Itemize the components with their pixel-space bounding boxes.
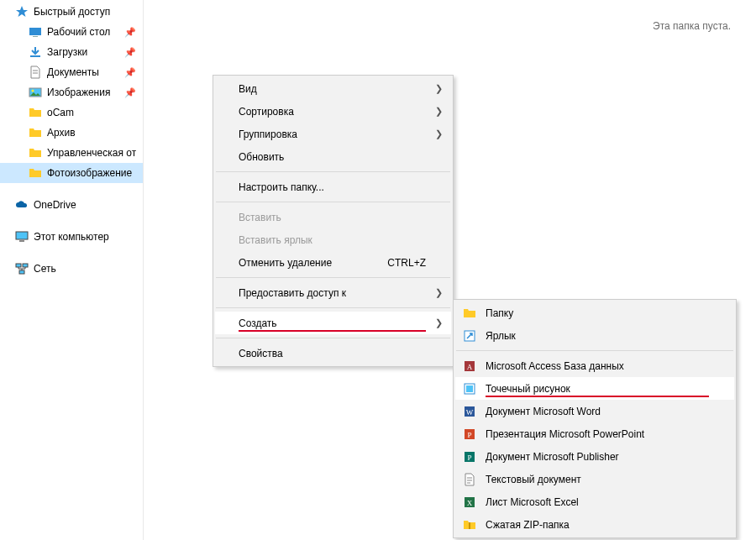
svg-rect-12 — [19, 270, 24, 274]
publisher-icon: P — [462, 449, 477, 464]
shortcut-label: CTRL+Z — [387, 257, 426, 269]
menu-separator — [456, 350, 733, 351]
pin-icon: 📌 — [124, 47, 136, 58]
network-icon — [15, 262, 29, 275]
submenu-word[interactable]: W Документ Microsoft Word — [455, 400, 734, 422]
svg-rect-17 — [466, 385, 473, 392]
pictures-icon — [29, 86, 42, 99]
menu-share-access[interactable]: Предоставить доступ к ❯ — [215, 281, 451, 304]
nav-this-pc[interactable]: Этот компьютер — [0, 227, 143, 247]
pin-icon: 📌 — [124, 67, 136, 78]
nav-item-folder[interactable]: Управленческая от — [0, 143, 143, 163]
computer-icon — [15, 230, 29, 244]
empty-folder-message: Эта папка пуста. — [653, 20, 731, 32]
nav-label: Сеть — [34, 263, 56, 275]
submenu-zip[interactable]: Сжатая ZIP-папка — [455, 513, 734, 536]
menu-group[interactable]: Группировка ❯ — [215, 123, 451, 145]
powerpoint-icon: P — [462, 427, 477, 442]
svg-point-7 — [32, 90, 34, 92]
nav-label: Рабочий стол — [47, 26, 110, 38]
menu-sort[interactable]: Сортировка ❯ — [215, 100, 451, 123]
navigation-pane: Быстрый доступ Рабочий стол 📌 Загрузки 📌… — [0, 0, 143, 540]
nav-item-documents[interactable]: Документы 📌 — [0, 62, 143, 82]
nav-label: Быстрый доступ — [34, 6, 110, 18]
nav-item-folder-selected[interactable]: Фотоизображение — [0, 163, 143, 183]
submenu-text[interactable]: Текстовый документ — [455, 468, 734, 490]
nav-item-desktop[interactable]: Рабочий стол 📌 — [0, 22, 143, 42]
svg-marker-0 — [16, 6, 28, 17]
star-icon — [15, 5, 29, 18]
nav-label: Этот компьютер — [34, 231, 109, 243]
svg-text:X: X — [467, 499, 473, 507]
menu-create[interactable]: Создать ❯ — [215, 312, 451, 334]
menu-separator — [216, 307, 450, 308]
submenu-publisher[interactable]: P Документ Microsoft Publisher — [455, 445, 734, 468]
highlight-underline — [486, 396, 709, 397]
zip-icon — [462, 517, 477, 532]
nav-label: oCam — [47, 107, 74, 118]
svg-rect-9 — [19, 240, 24, 242]
documents-icon — [29, 66, 42, 79]
menu-customize-folder[interactable]: Настроить папку... — [215, 176, 451, 198]
svg-text:P: P — [467, 453, 471, 462]
menu-undo-delete[interactable]: Отменить удаление CTRL+Z — [215, 251, 451, 274]
menu-paste-shortcut: Вставить ярлык — [215, 228, 451, 251]
svg-rect-8 — [16, 232, 28, 239]
menu-separator — [216, 171, 450, 172]
nav-item-downloads[interactable]: Загрузки 📌 — [0, 42, 143, 62]
access-icon: A — [462, 359, 477, 374]
nav-label: Управленческая от — [47, 147, 136, 159]
menu-view[interactable]: Вид ❯ — [215, 77, 451, 100]
nav-label: Изображения — [47, 87, 110, 98]
nav-label: Загрузки — [47, 46, 87, 58]
nav-quick-access[interactable]: Быстрый доступ — [0, 2, 143, 22]
context-menu: Вид ❯ Сортировка ❯ Группировка ❯ Обновит… — [213, 75, 454, 367]
menu-separator — [216, 338, 450, 338]
menu-paste: Вставить — [215, 206, 451, 228]
nav-network[interactable]: Сеть — [0, 259, 143, 279]
menu-refresh[interactable]: Обновить — [215, 145, 451, 168]
nav-item-pictures[interactable]: Изображения 📌 — [0, 82, 143, 102]
pin-icon: 📌 — [124, 27, 136, 38]
folder-icon — [29, 106, 42, 119]
onedrive-icon — [15, 198, 29, 212]
excel-icon: X — [462, 495, 477, 510]
chevron-right-icon: ❯ — [435, 128, 443, 139]
nav-label: Архив — [47, 127, 76, 139]
menu-properties[interactable]: Свойства — [215, 342, 451, 364]
svg-text:A: A — [467, 363, 473, 371]
word-icon: W — [462, 404, 477, 419]
submenu-access-db[interactable]: A Microsoft Access База данных — [455, 354, 734, 377]
svg-rect-3 — [30, 55, 40, 57]
chevron-right-icon: ❯ — [435, 317, 443, 328]
nav-label: OneDrive — [34, 199, 76, 211]
bitmap-icon — [462, 381, 477, 396]
submenu-folder[interactable]: Папку — [455, 301, 734, 324]
svg-text:P: P — [467, 431, 471, 439]
nav-label: Фотоизображение — [47, 167, 132, 179]
submenu-bitmap[interactable]: Точечный рисунок — [455, 377, 734, 400]
menu-separator — [216, 202, 450, 202]
folder-icon — [29, 146, 42, 160]
nav-item-folder[interactable]: Архив — [0, 123, 143, 143]
nav-label: Документы — [47, 66, 99, 78]
text-file-icon — [462, 472, 477, 487]
chevron-right-icon: ❯ — [435, 106, 443, 117]
folder-icon — [29, 166, 42, 180]
svg-text:W: W — [466, 408, 474, 417]
highlight-underline — [239, 330, 426, 332]
downloads-icon — [29, 45, 42, 59]
nav-onedrive[interactable]: OneDrive — [0, 195, 143, 215]
menu-separator — [216, 277, 450, 278]
chevron-right-icon: ❯ — [435, 287, 443, 298]
nav-item-folder[interactable]: oCam — [0, 102, 143, 123]
shortcut-icon — [462, 328, 477, 343]
pin-icon: 📌 — [124, 87, 136, 98]
submenu-excel[interactable]: X Лист Microsoft Excel — [455, 490, 734, 513]
submenu-shortcut[interactable]: Ярлык — [455, 324, 734, 347]
folder-icon — [29, 126, 42, 139]
submenu-powerpoint[interactable]: P Презентация Microsoft PowerPoint — [455, 422, 734, 445]
svg-rect-2 — [33, 36, 38, 37]
svg-rect-29 — [469, 522, 470, 529]
create-submenu: Папку Ярлык A Microsoft Access База данн… — [453, 299, 737, 538]
